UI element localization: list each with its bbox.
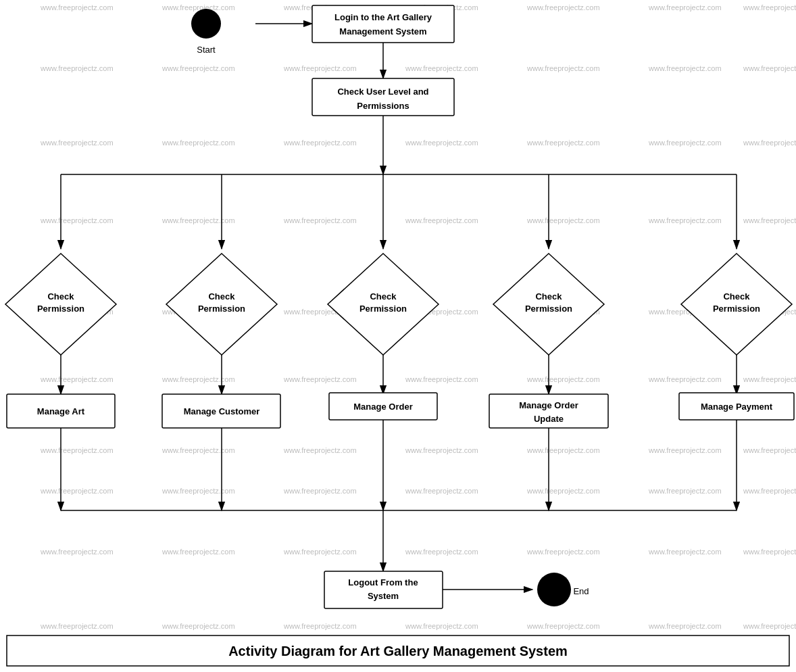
diagram-container: www.freeprojectz.com www.freeprojectz.co… bbox=[0, 0, 796, 672]
svg-text:www.freeprojectz.com: www.freeprojectz.com bbox=[648, 375, 722, 383]
diamond2-text1: Check bbox=[208, 291, 235, 302]
svg-text:www.freeprojectz.com: www.freeprojectz.com bbox=[405, 64, 478, 72]
svg-text:www.freeprojectz.com: www.freeprojectz.com bbox=[40, 622, 114, 630]
svg-text:www.freeprojectz.com: www.freeprojectz.com bbox=[405, 548, 478, 556]
manage-order-update-text1: Manage Order bbox=[519, 400, 578, 410]
svg-text:www.freeprojectz.com: www.freeprojectz.com bbox=[743, 3, 796, 11]
diamond1-text2: Permission bbox=[37, 304, 84, 314]
manage-art-text: Manage Art bbox=[37, 406, 85, 416]
logout-text1: Logout From the bbox=[348, 577, 418, 587]
svg-text:www.freeprojectz.com: www.freeprojectz.com bbox=[40, 216, 114, 224]
svg-text:www.freeprojectz.com: www.freeprojectz.com bbox=[648, 216, 722, 224]
svg-text:www.freeprojectz.com: www.freeprojectz.com bbox=[743, 139, 796, 147]
svg-text:www.freeprojectz.com: www.freeprojectz.com bbox=[526, 139, 600, 147]
svg-text:www.freeprojectz.com: www.freeprojectz.com bbox=[283, 622, 357, 630]
diamond5-text2: Permission bbox=[713, 304, 760, 314]
svg-text:www.freeprojectz.com: www.freeprojectz.com bbox=[648, 446, 722, 454]
svg-text:www.freeprojectz.com: www.freeprojectz.com bbox=[40, 548, 114, 556]
start-circle bbox=[191, 9, 221, 39]
diamond3-text2: Permission bbox=[359, 304, 407, 314]
svg-text:www.freeprojectz.com: www.freeprojectz.com bbox=[161, 139, 235, 147]
svg-text:www.freeprojectz.com: www.freeprojectz.com bbox=[648, 139, 722, 147]
login-text-line1: Login to the Art Gallery bbox=[334, 12, 432, 22]
svg-text:www.freeprojectz.com: www.freeprojectz.com bbox=[283, 446, 357, 454]
svg-text:www.freeprojectz.com: www.freeprojectz.com bbox=[526, 548, 600, 556]
logout-text2: System bbox=[368, 591, 399, 601]
svg-text:www.freeprojectz.com: www.freeprojectz.com bbox=[743, 622, 796, 630]
diamond4-text2: Permission bbox=[525, 304, 572, 314]
svg-text:www.freeprojectz.com: www.freeprojectz.com bbox=[40, 375, 114, 383]
svg-text:www.freeprojectz.com: www.freeprojectz.com bbox=[526, 487, 600, 495]
manage-customer-text: Manage Customer bbox=[184, 406, 260, 416]
svg-text:www.freeprojectz.com: www.freeprojectz.com bbox=[161, 622, 235, 630]
svg-text:www.freeprojectz.com: www.freeprojectz.com bbox=[283, 375, 357, 383]
svg-text:www.freeprojectz.com: www.freeprojectz.com bbox=[405, 446, 478, 454]
svg-text:www.freeprojectz.com: www.freeprojectz.com bbox=[161, 487, 235, 495]
svg-text:www.freeprojectz.com: www.freeprojectz.com bbox=[40, 139, 114, 147]
svg-text:www.freeprojectz.com: www.freeprojectz.com bbox=[40, 64, 114, 72]
svg-text:www.freeprojectz.com: www.freeprojectz.com bbox=[648, 487, 722, 495]
svg-text:www.freeprojectz.com: www.freeprojectz.com bbox=[648, 64, 722, 72]
logout-box bbox=[324, 571, 443, 608]
svg-text:www.freeprojectz.com: www.freeprojectz.com bbox=[405, 622, 478, 630]
diagram-title: Activity Diagram for Art Gallery Managem… bbox=[228, 644, 568, 658]
svg-text:www.freeprojectz.com: www.freeprojectz.com bbox=[161, 375, 235, 383]
svg-text:www.freeprojectz.com: www.freeprojectz.com bbox=[161, 64, 235, 72]
svg-text:www.freeprojectz.com: www.freeprojectz.com bbox=[648, 622, 722, 630]
start-label: Start bbox=[197, 45, 216, 55]
manage-order-text: Manage Order bbox=[353, 402, 412, 412]
end-circle bbox=[537, 573, 571, 606]
svg-text:www.freeprojectz.com: www.freeprojectz.com bbox=[743, 548, 796, 556]
svg-text:www.freeprojectz.com: www.freeprojectz.com bbox=[648, 3, 722, 11]
svg-text:www.freeprojectz.com: www.freeprojectz.com bbox=[405, 375, 478, 383]
svg-text:www.freeprojectz.com: www.freeprojectz.com bbox=[405, 216, 478, 224]
svg-text:www.freeprojectz.com: www.freeprojectz.com bbox=[405, 139, 478, 147]
svg-text:www.freeprojectz.com: www.freeprojectz.com bbox=[283, 139, 357, 147]
login-box bbox=[312, 5, 454, 43]
diamond2-text2: Permission bbox=[198, 304, 245, 314]
svg-text:www.freeprojectz.com: www.freeprojectz.com bbox=[161, 3, 235, 11]
svg-text:www.freeprojectz.com: www.freeprojectz.com bbox=[743, 446, 796, 454]
diamond4-text1: Check bbox=[535, 291, 562, 302]
svg-text:www.freeprojectz.com: www.freeprojectz.com bbox=[40, 487, 114, 495]
svg-text:www.freeprojectz.com: www.freeprojectz.com bbox=[526, 446, 600, 454]
svg-text:www.freeprojectz.com: www.freeprojectz.com bbox=[283, 548, 357, 556]
svg-text:www.freeprojectz.com: www.freeprojectz.com bbox=[526, 64, 600, 72]
svg-text:www.freeprojectz.com: www.freeprojectz.com bbox=[405, 487, 478, 495]
svg-text:www.freeprojectz.com: www.freeprojectz.com bbox=[743, 375, 796, 383]
svg-text:www.freeprojectz.com: www.freeprojectz.com bbox=[283, 216, 357, 224]
diamond1-text1: Check bbox=[47, 291, 74, 302]
check-user-level-text1: Check User Level and bbox=[337, 87, 428, 97]
svg-text:www.freeprojectz.com: www.freeprojectz.com bbox=[283, 487, 357, 495]
svg-text:www.freeprojectz.com: www.freeprojectz.com bbox=[743, 487, 796, 495]
manage-payment-text: Manage Payment bbox=[701, 402, 773, 412]
svg-text:www.freeprojectz.com: www.freeprojectz.com bbox=[526, 622, 600, 630]
svg-text:www.freeprojectz.com: www.freeprojectz.com bbox=[161, 548, 235, 556]
diamond3-text1: Check bbox=[370, 291, 397, 302]
svg-text:www.freeprojectz.com: www.freeprojectz.com bbox=[161, 446, 235, 454]
end-label: End bbox=[573, 586, 589, 596]
svg-text:www.freeprojectz.com: www.freeprojectz.com bbox=[283, 64, 357, 72]
svg-text:www.freeprojectz.com: www.freeprojectz.com bbox=[40, 3, 114, 11]
svg-text:www.freeprojectz.com: www.freeprojectz.com bbox=[526, 3, 600, 11]
svg-text:www.freeprojectz.com: www.freeprojectz.com bbox=[743, 64, 796, 72]
svg-text:www.freeprojectz.com: www.freeprojectz.com bbox=[40, 446, 114, 454]
svg-text:www.freeprojectz.com: www.freeprojectz.com bbox=[648, 548, 722, 556]
login-text-line2: Management System bbox=[339, 26, 426, 37]
check-user-level-text2: Permissions bbox=[357, 101, 409, 111]
svg-text:www.freeprojectz.com: www.freeprojectz.com bbox=[526, 216, 600, 224]
svg-text:www.freeprojectz.com: www.freeprojectz.com bbox=[743, 216, 796, 224]
diamond5-text1: Check bbox=[723, 291, 750, 302]
svg-text:www.freeprojectz.com: www.freeprojectz.com bbox=[161, 216, 235, 224]
svg-text:www.freeprojectz.com: www.freeprojectz.com bbox=[526, 375, 600, 383]
manage-order-update-text2: Update bbox=[534, 414, 564, 424]
